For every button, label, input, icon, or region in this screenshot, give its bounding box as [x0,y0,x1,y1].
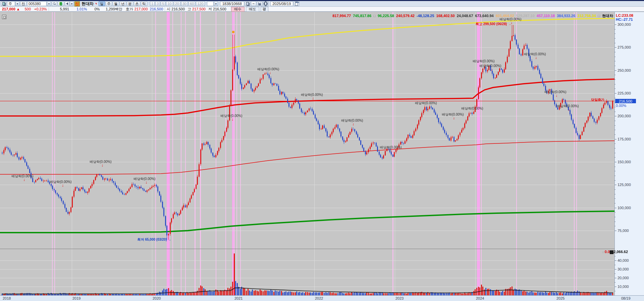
axis-tick [614,226,615,226]
save-icon [258,2,261,5]
price-tick-label: 300,000 [618,22,631,26]
volume-tick-label: 30,000 [618,267,629,271]
sound-button[interactable] [65,1,69,6]
axis-tick [614,291,615,291]
price-axis-panel[interactable]: 300,000275,000250,000225,000200,000175,0… [614,12,644,295]
volume-tick-label: 40,000 [618,258,629,262]
hoga-label: 호가 [126,7,133,12]
tong-button[interactable]: 통 [58,1,64,6]
indicator-values-row: 817,994.77745,817.86□96,225.58240,579.42… [0,13,613,18]
axis-tick [614,222,615,222]
ask-price: 217,000 [135,7,148,11]
window-glyph [2,2,5,5]
volume-pane-corner-icon[interactable] [610,250,613,254]
price-tick-label: 100,000 [618,206,631,210]
axis-tick [614,143,615,144]
period-combo[interactable]: 주 [7,1,15,6]
axis-tick [614,107,615,107]
date-axis-strip[interactable]: 2018201920202021202220232024202508/19 [0,295,644,301]
year-label-2021: 2021 [234,296,243,300]
legend-symbol-name: 현대차 [602,14,613,18]
indicator-value-13: 312,756.34 [577,14,596,18]
axis-tick [614,130,615,130]
pyeong-button[interactable]: 평 [261,7,268,12]
minute-button-120[interactable]: 120 [196,1,205,6]
timeframe-button-5[interactable]: 초 [134,1,140,6]
timeframe-button-4[interactable]: 분 [127,1,133,6]
axis-tick [614,38,615,39]
current-price: 217,000 [2,7,15,11]
price-tick-label: 275,000 [618,45,631,49]
axis-tick [614,34,615,34]
axis-tick [614,157,615,158]
minute-button-10[interactable]: 10 [166,1,173,6]
axis-tick [614,24,616,25]
axis-tick [614,153,615,153]
zigzag-tool-button[interactable]: ~ [251,1,256,6]
search-button[interactable] [52,1,57,6]
compare-icon [246,2,249,5]
bar-count-display: 1838/10668 [220,1,244,6]
shin-badge: 신 [74,1,80,6]
jeon-button[interactable]: 전 [20,1,26,6]
search-icon [53,2,56,5]
axis-tick [614,194,615,194]
sell-button[interactable]: 매도 [246,7,259,12]
minute-button-20[interactable]: 20 [174,1,180,6]
extra-combo-arrow[interactable]: ▼ [214,1,218,6]
indicator-value-6: 168,402.50 [436,14,455,18]
timeframe-button-2[interactable]: 월 [113,1,119,6]
axis-tick [614,88,615,89]
indicator-value-4: 240,579.42 [396,14,415,18]
chart-canvas[interactable] [0,12,614,295]
axis-tick [614,29,615,29]
timeframe-button-6[interactable]: 틱 [141,1,147,6]
timeframe-button-3[interactable]: 년 [120,1,126,6]
minute-button-1[interactable]: 1 [150,1,155,6]
minute-button-5[interactable]: 5 [161,1,165,6]
save-button[interactable] [257,1,262,6]
volume-tick-label: 20,000 [618,276,629,280]
minute-button-3[interactable]: 3 [155,1,160,6]
indicator-value-0: 817,994.77 [332,14,351,18]
axis-tick [614,282,615,283]
year-label-2023: 2023 [395,296,404,300]
calendar-button[interactable] [294,1,299,6]
axis-tick [614,61,615,61]
volume-tick-label: 10,000 [618,285,629,289]
timeframe-button-1[interactable]: 주 [106,1,112,6]
timeframe-button-0[interactable]: 일 [99,1,105,6]
price-tick-label: 150,000 [618,160,631,164]
axis-tick [614,112,615,112]
minute-button-60[interactable]: 60 [189,1,195,6]
period-combo-arrow[interactable]: ▼ [15,1,19,6]
bid-price: 216,500 [150,7,163,11]
sound-dropdown-arrow[interactable]: ▼ [70,1,74,6]
date-input[interactable]: 2025/08/19 [270,1,293,6]
axis-tick [614,198,615,199]
chart-zone: 817,994.77745,817.86□96,225.58240,579.42… [0,12,644,301]
axis-tick [614,84,615,84]
extra-combo[interactable] [207,1,214,6]
axis-tick [614,265,615,265]
price-tick-label: 225,000 [618,91,631,95]
volume-today: 5,991 [60,7,69,11]
axis-tick [614,75,615,75]
axis-tick [614,171,615,171]
stock-name: 현대차 [82,1,94,7]
stock-code-input[interactable]: 005380 [27,1,47,6]
year-label-2018: 2018 [3,296,11,300]
indicator-value-7: 24,048.67 [457,14,473,18]
chart-window-icon[interactable] [1,1,6,6]
indicator-value-9: 601,464.02 [496,14,514,18]
minute-button-30[interactable]: 30 [181,1,188,6]
buy-button[interactable]: 매수 [231,7,245,12]
compare-window-button[interactable] [245,1,250,6]
axis-tick [614,189,615,190]
current-price-pct: 0.00% [616,104,626,108]
axis-tick [614,43,615,43]
settings-button[interactable] [263,1,268,6]
axis-tick [614,287,616,287]
stock-code-dropdown-arrow[interactable]: ▼ [47,1,51,6]
year-label-2019: 2019 [72,296,80,300]
